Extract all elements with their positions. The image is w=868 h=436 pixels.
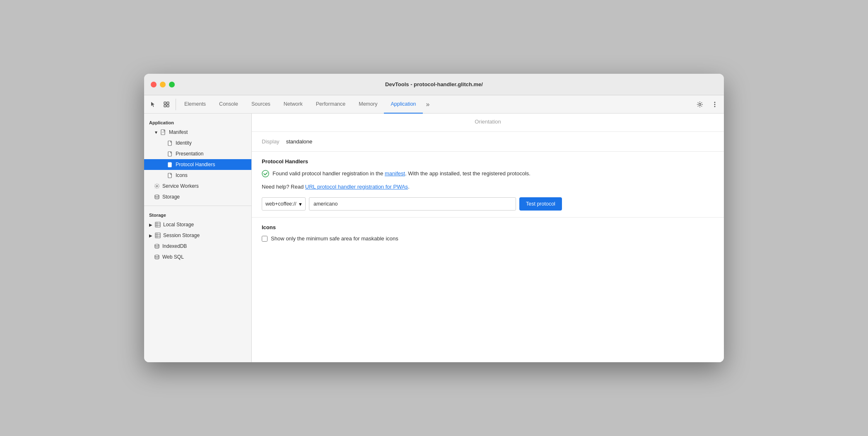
sidebar-item-service-workers[interactable]: Service Workers — [144, 181, 251, 191]
window-title: DevTools - protocol-handler.glitch.me/ — [385, 81, 483, 87]
session-storage-chevron-icon: ▶ — [149, 233, 152, 238]
svg-point-16 — [155, 195, 159, 196]
protocol-input[interactable] — [309, 197, 516, 211]
svg-rect-12 — [168, 152, 171, 156]
manifest-label: Manifest — [169, 129, 188, 135]
sidebar-item-local-storage[interactable]: ▶ Local Storage — [144, 219, 251, 230]
indexeddb-label: IndexedDB — [162, 243, 187, 249]
sidebar-item-storage[interactable]: Storage — [144, 191, 251, 202]
manifest-file-icon — [161, 129, 166, 135]
protocol-handlers-label: Protocol Handlers — [176, 162, 215, 167]
maskable-icons-checkbox[interactable] — [262, 236, 268, 242]
storage-db-icon — [154, 194, 160, 200]
success-text-after: . With the app installed, test the regis… — [405, 170, 530, 177]
minimize-button[interactable] — [160, 82, 166, 87]
success-text-before: Found valid protocol handler registratio… — [272, 170, 385, 177]
sidebar-divider — [144, 206, 251, 206]
more-options-icon[interactable] — [709, 99, 721, 110]
service-workers-label: Service Workers — [162, 183, 199, 189]
protocol-row: web+coffee:// ▾ Test protocol — [262, 197, 714, 211]
toolbar: Elements Console Sources Network Perform… — [144, 95, 724, 114]
sidebar-app-title: Application — [144, 117, 251, 127]
svg-point-5 — [714, 102, 716, 103]
local-storage-label: Local Storage — [163, 222, 194, 228]
svg-rect-17 — [155, 222, 160, 227]
svg-point-25 — [155, 244, 159, 246]
svg-rect-11 — [168, 141, 171, 145]
storage-label: Storage — [162, 194, 180, 200]
main-content: Orientation Display standalone Protocol … — [252, 114, 724, 362]
websql-label: Web SQL — [162, 254, 184, 260]
cursor-icon[interactable] — [147, 99, 159, 110]
svg-point-15 — [156, 185, 158, 187]
tab-application[interactable]: Application — [384, 95, 422, 114]
select-chevron-icon: ▾ — [299, 201, 302, 207]
local-storage-grid-icon — [155, 222, 161, 228]
manifest-link[interactable]: manifest — [385, 170, 405, 177]
traffic-lights — [151, 82, 175, 87]
svg-rect-21 — [155, 233, 160, 238]
svg-point-7 — [714, 106, 716, 107]
svg-point-27 — [262, 170, 269, 177]
devtools-body: Application ▼ Manifest — [144, 114, 724, 362]
sidebar: Application ▼ Manifest — [144, 114, 252, 362]
toolbar-icons — [147, 99, 176, 110]
svg-point-26 — [155, 255, 159, 257]
inspect-icon[interactable] — [161, 99, 172, 110]
test-protocol-button[interactable]: Test protocol — [519, 197, 562, 211]
close-button[interactable] — [151, 82, 157, 87]
sidebar-item-icons[interactable]: Icons — [144, 170, 251, 181]
maximize-button[interactable] — [169, 82, 175, 87]
sidebar-item-protocol-handlers[interactable]: Protocol Handlers — [144, 159, 251, 170]
svg-point-4 — [699, 103, 701, 105]
protocol-selector[interactable]: web+coffee:// ▾ — [262, 197, 306, 211]
websql-db-icon — [154, 254, 160, 260]
help-period: . — [408, 184, 410, 190]
identity-file-icon — [167, 140, 173, 146]
display-label: Display — [262, 138, 280, 145]
protocol-select-input[interactable]: web+coffee:// — [265, 201, 297, 207]
tab-sources[interactable]: Sources — [245, 95, 277, 114]
presentation-file-icon — [167, 151, 173, 157]
svg-point-6 — [714, 104, 716, 105]
icons-file-icon — [167, 172, 173, 178]
icons-section: Icons Show only the minimum safe area fo… — [252, 218, 724, 248]
svg-rect-1 — [164, 105, 166, 107]
svg-rect-8 — [161, 130, 165, 135]
pwa-link[interactable]: URL protocol handler registration for PW… — [305, 184, 408, 190]
presentation-label: Presentation — [176, 151, 203, 157]
maskable-icons-row: Show only the minimum safe area for mask… — [262, 235, 714, 242]
tab-memory[interactable]: Memory — [352, 95, 384, 114]
svg-rect-2 — [167, 102, 169, 104]
svg-rect-14 — [168, 173, 171, 178]
maskable-icons-label: Show only the minimum safe area for mask… — [271, 235, 398, 242]
identity-label: Identity — [176, 140, 192, 146]
orientation-section: Orientation — [252, 114, 724, 132]
settings-icon[interactable] — [694, 99, 706, 110]
protocol-handlers-title: Protocol Handlers — [262, 158, 714, 165]
tabs: Elements Console Sources Network Perform… — [178, 95, 694, 114]
tab-elements[interactable]: Elements — [178, 95, 212, 114]
help-text-before: Need help? Read — [262, 184, 305, 190]
devtools-window: DevTools - protocol-handler.glitch.me/ E — [144, 74, 724, 362]
tab-performance[interactable]: Performance — [309, 95, 352, 114]
local-storage-chevron-icon: ▶ — [149, 223, 152, 227]
session-storage-grid-icon — [155, 233, 161, 238]
more-tabs-button[interactable]: » — [423, 95, 433, 114]
sidebar-item-identity[interactable]: Identity — [144, 138, 251, 148]
session-storage-label: Session Storage — [163, 233, 200, 238]
tab-console[interactable]: Console — [212, 95, 245, 114]
icons-label: Icons — [176, 172, 188, 178]
sidebar-item-indexeddb[interactable]: IndexedDB — [144, 241, 251, 252]
svg-rect-13 — [168, 162, 171, 167]
success-check-icon — [262, 170, 269, 177]
sidebar-item-manifest[interactable]: ▼ Manifest — [144, 127, 251, 138]
sidebar-item-presentation[interactable]: Presentation — [144, 148, 251, 159]
sidebar-storage-title: Storage — [144, 209, 251, 219]
success-text: Found valid protocol handler registratio… — [272, 170, 530, 178]
tab-network[interactable]: Network — [277, 95, 309, 114]
sidebar-item-session-storage[interactable]: ▶ Session Storage — [144, 230, 251, 241]
orientation-label: Orientation — [475, 119, 501, 125]
sidebar-item-websql[interactable]: Web SQL — [144, 252, 251, 262]
svg-rect-3 — [167, 105, 169, 107]
